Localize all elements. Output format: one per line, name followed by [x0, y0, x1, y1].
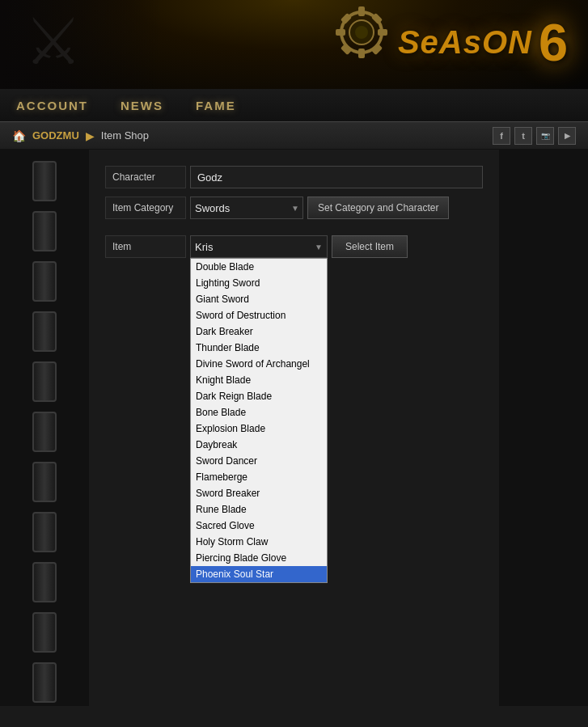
breadcrumb-current: Item Shop	[101, 129, 149, 142]
item-row: Item Kris ▼ Double Blade Lighting Sword …	[105, 235, 483, 258]
character-row: Character	[105, 166, 483, 188]
content-area: Character Item Category Swords Shields H…	[0, 150, 588, 706]
nav-news[interactable]: NEWS	[121, 99, 163, 112]
list-item[interactable]: Lighting Sword	[191, 275, 327, 291]
list-item[interactable]: Piercing Blade Glove	[191, 550, 327, 566]
nav-fame[interactable]: FAME	[196, 99, 236, 112]
list-item[interactable]: Dark Breaker	[191, 323, 327, 340]
social-camera[interactable]: 📷	[536, 127, 554, 145]
social-facebook[interactable]: f	[493, 127, 510, 145]
category-row: Item Category Swords Shields Helmets Arm…	[105, 197, 483, 219]
list-item[interactable]: Rune Blade	[191, 501, 327, 518]
list-item[interactable]: Giant Sword	[191, 291, 327, 307]
item-current-value: Kris	[195, 241, 315, 253]
social-icons: f t 📷 ▶	[493, 127, 576, 145]
list-item[interactable]: Divine Sword of Archangel	[191, 356, 327, 372]
list-item[interactable]: Sword Breaker	[191, 485, 327, 501]
list-item[interactable]: Explosion Blade	[191, 421, 327, 437]
svg-rect-10	[371, 44, 383, 55]
svg-rect-9	[341, 44, 352, 55]
svg-rect-6	[378, 29, 387, 36]
select-item-button[interactable]: Select Item	[332, 235, 408, 258]
season-label: SeAsON	[398, 24, 532, 61]
item-input-display[interactable]: Kris ▼	[190, 235, 328, 258]
season-logo: SeAsON 6	[386, 4, 580, 81]
list-item[interactable]: Sword Dancer	[191, 453, 327, 469]
left-chain	[0, 150, 89, 706]
navbar: ACCOUNT NEWS FAME	[0, 89, 588, 121]
main-form-area: Character Item Category Swords Shields H…	[89, 150, 499, 706]
nav-account[interactable]: ACCOUNT	[16, 99, 88, 112]
svg-point-2	[355, 26, 368, 39]
item-label: Item	[105, 235, 186, 258]
breadcrumb-bar: 🏠 GODZMU ▶ Item Shop f t 📷 ▶	[0, 121, 588, 150]
item-dropdown-arrow-icon: ▼	[315, 243, 323, 251]
right-sidebar	[499, 150, 588, 706]
character-input[interactable]	[190, 166, 483, 188]
category-select[interactable]: Swords Shields Helmets Armors Pants Glov…	[190, 197, 303, 219]
set-category-button[interactable]: Set Category and Character	[307, 197, 449, 219]
list-item[interactable]: Flameberge	[191, 469, 327, 485]
breadcrumb-arrow: ▶	[86, 129, 95, 142]
season-number: 6	[539, 12, 568, 73]
list-item[interactable]: Sword of Destruction	[191, 307, 327, 323]
list-item[interactable]: Holy Storm Claw	[191, 534, 327, 550]
list-item[interactable]: Sacred Glove	[191, 518, 327, 534]
svg-rect-4	[358, 49, 365, 58]
list-item[interactable]: Dark Reign Blade	[191, 388, 327, 404]
item-dropdown-list[interactable]: Double Blade Lighting Sword Giant Sword …	[190, 258, 328, 583]
social-twitter[interactable]: t	[514, 127, 532, 145]
list-item[interactable]: Knight Blade	[191, 372, 327, 388]
svg-rect-5	[336, 29, 345, 36]
list-item[interactable]: Daybreak	[191, 437, 327, 453]
list-item[interactable]: Double Blade	[191, 259, 327, 275]
home-icon[interactable]: 🏠	[12, 129, 26, 142]
list-item-selected[interactable]: Phoenix Soul Star	[191, 566, 327, 582]
item-selector-container: Kris ▼ Double Blade Lighting Sword Giant…	[190, 235, 328, 258]
breadcrumb-site[interactable]: GODZMU	[32, 129, 79, 142]
character-label: Character	[105, 166, 186, 188]
header: ⚔ SeAsON	[0, 0, 588, 89]
svg-rect-3	[358, 6, 365, 16]
list-item[interactable]: Thunder Blade	[191, 340, 327, 356]
category-label: Item Category	[105, 197, 186, 219]
list-item[interactable]: Bone Blade	[191, 404, 327, 421]
social-youtube[interactable]: ▶	[558, 127, 576, 145]
